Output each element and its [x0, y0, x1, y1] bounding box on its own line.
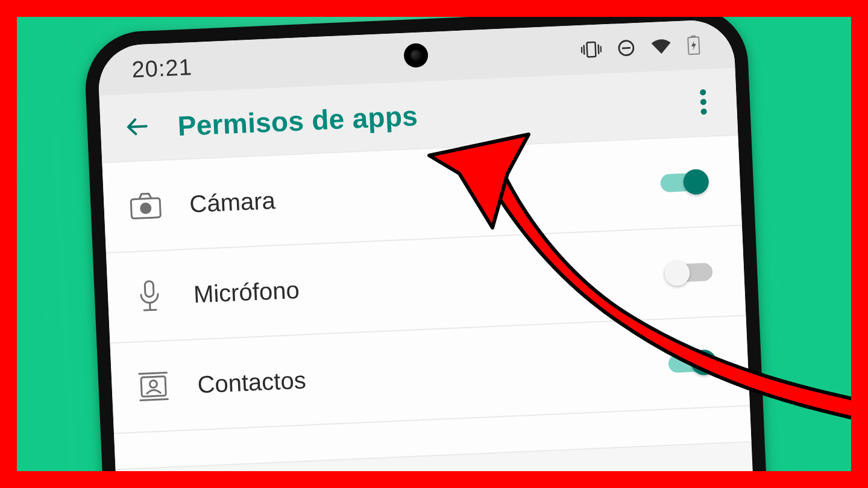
svg-point-14 — [140, 203, 151, 213]
vibrate-icon — [580, 40, 602, 59]
contacts-icon — [135, 368, 171, 404]
toggle-microphone[interactable] — [664, 259, 713, 286]
svg-rect-8 — [691, 36, 696, 37]
more-vert-icon[interactable] — [699, 87, 713, 118]
thumbnail-frame: 20:21 — [17, 17, 851, 471]
svg-point-20 — [149, 380, 157, 388]
svg-line-18 — [139, 372, 168, 374]
permission-label: Micrófono — [193, 261, 638, 308]
phone-screen: 20:21 — [97, 19, 769, 471]
svg-line-3 — [599, 45, 599, 54]
phone-body: 20:21 — [83, 17, 782, 471]
svg-line-17 — [144, 310, 156, 310]
do-not-disturb-icon — [617, 39, 635, 57]
svg-rect-0 — [587, 42, 596, 57]
phone-wrap: 20:21 — [83, 17, 782, 471]
page-title: Permisos de apps — [177, 88, 674, 142]
svg-line-9 — [130, 126, 146, 127]
svg-point-12 — [700, 108, 706, 114]
svg-line-6 — [622, 48, 631, 48]
svg-line-1 — [584, 46, 585, 54]
svg-rect-15 — [145, 281, 154, 297]
camera-icon — [127, 188, 163, 224]
svg-rect-19 — [141, 377, 166, 397]
microphone-icon — [131, 278, 168, 314]
svg-point-11 — [700, 99, 706, 105]
battery-charging-icon — [687, 34, 700, 55]
toggle-contacts[interactable] — [668, 349, 717, 377]
svg-line-16 — [150, 303, 151, 310]
svg-line-21 — [140, 399, 169, 400]
wifi-icon — [650, 38, 671, 54]
status-time: 20:21 — [131, 54, 193, 83]
permission-label: Contactos — [197, 352, 643, 398]
back-arrow-icon[interactable] — [124, 113, 152, 143]
permission-list: Cámara — [102, 136, 751, 471]
permission-label: Cámara — [189, 171, 635, 217]
toggle-camera[interactable] — [660, 169, 709, 196]
svg-point-10 — [700, 89, 706, 95]
